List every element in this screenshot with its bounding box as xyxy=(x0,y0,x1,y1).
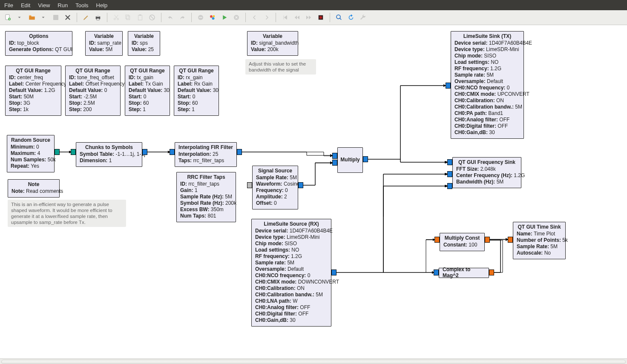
nav-prev-icon xyxy=(249,12,260,23)
delete-icon xyxy=(147,12,158,23)
port-out[interactable] xyxy=(485,237,490,243)
port-out[interactable] xyxy=(298,182,303,188)
block-range-center-freq[interactable]: QT GUI Range ID: center_freq Label: Cent… xyxy=(5,66,61,116)
svg-rect-11 xyxy=(139,14,141,15)
block-random-source[interactable]: Random Source Minimum: 0 Maximum: 4 Num … xyxy=(7,135,55,172)
block-multiply[interactable]: Multiply xyxy=(337,147,363,173)
record-icon[interactable] xyxy=(315,12,326,23)
svg-rect-2 xyxy=(53,15,58,20)
port-in[interactable] xyxy=(434,269,439,275)
toolbar xyxy=(0,10,627,25)
svg-point-7 xyxy=(117,18,119,20)
block-qt-freq-sink[interactable]: QT GUI Frequency Sink FFT Size: 2.048k C… xyxy=(452,157,521,188)
port-in[interactable] xyxy=(71,149,76,155)
port-in-2[interactable] xyxy=(447,183,452,189)
svg-rect-4 xyxy=(97,15,99,17)
port-out[interactable] xyxy=(237,149,242,155)
block-range-tone-offset[interactable]: QT GUI Range ID: tone_freq_offset Label:… xyxy=(65,66,121,116)
svg-point-6 xyxy=(114,18,115,20)
port-out[interactable] xyxy=(331,269,337,275)
flowgraph-canvas[interactable]: Options ID: top_block Generate Options: … xyxy=(0,25,627,358)
block-complex-to-mag2[interactable]: Complex to Mag^2 xyxy=(439,268,489,278)
port-msg[interactable] xyxy=(247,182,252,188)
port-out[interactable] xyxy=(489,269,494,275)
edit-icon[interactable] xyxy=(81,12,92,23)
debug-icon[interactable] xyxy=(207,12,218,23)
block-multiply-const[interactable]: Multiply Const Constant: 100 xyxy=(440,233,485,251)
port-in-0[interactable] xyxy=(447,159,452,165)
open-dropdown-icon[interactable] xyxy=(38,12,49,23)
remove-icon xyxy=(195,12,206,23)
svg-rect-5 xyxy=(97,18,99,20)
block-variable-signal-bandwidth[interactable]: Variable ID: signal_bandwidth Value: 200… xyxy=(247,31,298,56)
port-in-1[interactable] xyxy=(332,160,337,166)
menu-help[interactable]: Help xyxy=(96,2,108,9)
rewind-icon xyxy=(291,12,302,23)
redo-icon xyxy=(177,12,188,23)
menu-edit[interactable]: Edit xyxy=(21,2,30,9)
forward-icon xyxy=(303,12,314,23)
paste-icon xyxy=(135,12,146,23)
block-variable-samp-rate[interactable]: Variable ID: samp_rate Value: 5M xyxy=(85,31,123,56)
block-chunks-to-symbols[interactable]: Chunks to Symbols Symbol Table: -1-1…1j,… xyxy=(76,142,142,167)
close-icon[interactable] xyxy=(62,12,73,23)
svg-point-15 xyxy=(210,15,213,18)
block-variable-sps[interactable]: Variable ID: sps Value: 25 xyxy=(128,31,160,56)
port-in-1[interactable] xyxy=(447,171,452,177)
nav-next-icon xyxy=(261,12,272,23)
copy-icon xyxy=(123,12,134,23)
cut-icon xyxy=(111,12,122,23)
block-limesuite-source-rx[interactable]: LimeSuite Source (RX) Device serial: 1D4… xyxy=(251,219,331,327)
svg-rect-10 xyxy=(138,15,142,20)
undo-icon xyxy=(165,12,176,23)
block-rrc-filter-taps[interactable]: RRC Filter Taps ID: rrc_filter_taps Gain… xyxy=(176,172,236,222)
horizontal-scrollbar[interactable] xyxy=(0,358,627,364)
port-out[interactable] xyxy=(142,149,147,155)
block-title: Options xyxy=(9,33,69,39)
comment-signal-bandwidth: Adjust this value to set the bandwidth o… xyxy=(245,59,316,75)
wrench-icon xyxy=(357,12,368,23)
port-out[interactable] xyxy=(55,149,60,155)
port-in[interactable] xyxy=(170,149,175,155)
block-range-rx-gain[interactable]: QT GUI Range ID: rx_gain Label: Rx Gain … xyxy=(174,66,219,116)
svg-point-16 xyxy=(212,17,215,20)
save-icon[interactable] xyxy=(50,12,61,23)
block-limesuite-sink-tx[interactable]: LimeSuite Sink (TX) Device serial: 1D40F… xyxy=(451,31,524,139)
svg-rect-14 xyxy=(199,17,202,18)
menu-bar: File Edit View Run Tools Help xyxy=(0,0,627,10)
port-in[interactable] xyxy=(434,237,440,243)
comment-note: This is an in-efficient way to generate … xyxy=(8,200,126,227)
block-qt-time-sink[interactable]: QT GUI Time Sink Name: Time Plot Number … xyxy=(513,222,566,259)
block-interpolating-fir[interactable]: Interpolating FIR Filter Interpolation: … xyxy=(175,142,237,167)
port-in[interactable] xyxy=(508,237,513,243)
port-in[interactable] xyxy=(446,83,451,89)
block-range-tx-gain[interactable]: QT GUI Range ID: tx_gain Label: Tx Gain … xyxy=(125,66,170,116)
new-dropdown-icon[interactable] xyxy=(14,12,26,23)
block-note[interactable]: Note Note: Read comments xyxy=(8,179,60,198)
open-folder-icon[interactable] xyxy=(26,12,37,23)
new-file-icon[interactable] xyxy=(3,12,14,23)
stop-circle-icon xyxy=(231,12,242,23)
refresh-icon[interactable] xyxy=(345,12,357,23)
run-play-icon[interactable] xyxy=(219,12,230,23)
svg-rect-8 xyxy=(127,16,130,20)
menu-tools[interactable]: Tools xyxy=(75,2,88,9)
svg-rect-9 xyxy=(126,15,129,19)
menu-view[interactable]: View xyxy=(38,2,50,9)
svg-point-20 xyxy=(319,16,322,19)
port-in-0[interactable] xyxy=(332,153,337,159)
print-icon[interactable] xyxy=(92,12,104,23)
block-signal-source[interactable]: Signal Source Sample Rate: 5M Waveform: … xyxy=(252,166,298,209)
zoom-icon[interactable] xyxy=(334,12,345,23)
menu-run[interactable]: Run xyxy=(58,2,68,9)
block-options[interactable]: Options ID: top_block Generate Options: … xyxy=(5,31,72,56)
skip-back-icon xyxy=(279,12,290,23)
menu-file[interactable]: File xyxy=(4,2,13,9)
port-out[interactable] xyxy=(363,156,368,162)
svg-point-17 xyxy=(213,15,215,17)
